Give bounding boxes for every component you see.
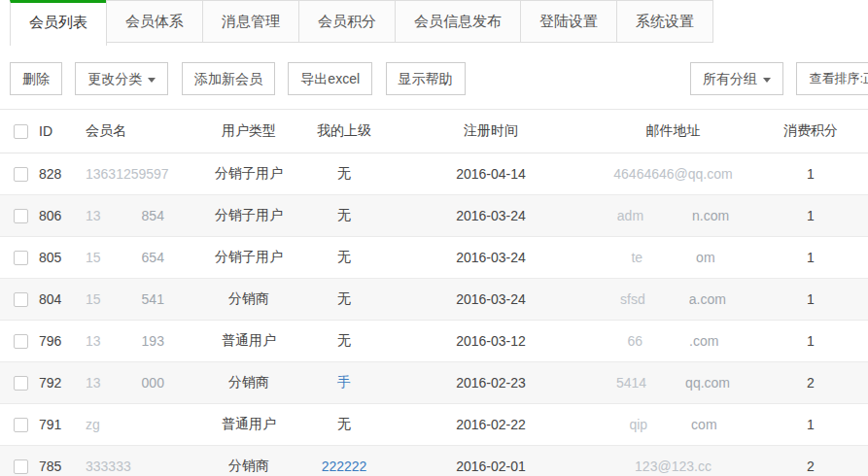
tab-item[interactable]: 系统设置 [616, 0, 713, 43]
points: 1 [753, 153, 868, 195]
tab-item[interactable]: 会员信息发布 [395, 0, 521, 43]
member-id: 796 [35, 321, 82, 362]
member-id: 805 [35, 237, 82, 279]
redaction-gap [642, 345, 689, 346]
email-address: 46464646@qq.com [593, 153, 753, 195]
user-type: 分销子用户 [198, 237, 299, 279]
row-checkbox[interactable] [14, 459, 28, 474]
points: 1 [753, 279, 868, 321]
redaction-gap [101, 387, 142, 388]
email-end: .com [689, 333, 718, 349]
tab-item[interactable]: 登陆设置 [520, 0, 617, 43]
email-end: n.com [692, 208, 729, 223]
toolbar: 删除 更改分类 添加新会员 导出excel 显示帮助 所有分组 查看排序:正常排… [10, 62, 868, 95]
sort-order-button[interactable]: 查看排序:正常排序 [796, 62, 868, 95]
export-excel-button[interactable]: 导出excel [288, 62, 372, 95]
table-row: 804 15541 分销商 无 2016-03-24 sfsda.com 1 [0, 279, 868, 321]
email-address: qipcom [593, 404, 753, 446]
tab-label: 会员列表 [29, 14, 87, 30]
header-type: 用户类型 [198, 110, 299, 153]
register-time: 2016-02-22 [389, 404, 593, 446]
member-name: 13631259597 [82, 153, 198, 195]
change-category-dropdown[interactable]: 更改分类 [75, 62, 168, 95]
row-checkbox[interactable] [14, 418, 28, 432]
superior-value: 无 [337, 332, 351, 348]
email-start: qip [629, 417, 647, 432]
redaction-gap [642, 261, 696, 262]
redaction-gap [101, 220, 142, 221]
row-checkbox[interactable] [14, 209, 28, 223]
tab-label: 会员积分 [318, 13, 376, 29]
member-name: 13854 [82, 195, 198, 237]
member-id: 785 [35, 446, 82, 476]
register-time: 2016-03-12 [389, 321, 593, 362]
member-name-start: 15 [86, 250, 101, 265]
member-name-start: 333333 [86, 459, 131, 474]
points: 1 [753, 404, 868, 446]
tab-bar: 会员列表 会员体系 消息管理 会员积分 会员信息发布 登陆设置 系统设置 [0, 0, 868, 49]
email-start: 46464646@qq.com [613, 166, 732, 182]
row-checkbox[interactable] [14, 292, 28, 307]
tab-item[interactable]: 消息管理 [202, 0, 299, 43]
superior-value[interactable]: 222222 [322, 459, 367, 474]
all-groups-label: 所有分组 [703, 71, 757, 86]
register-time: 2016-04-14 [389, 153, 593, 195]
row-checkbox[interactable] [14, 251, 28, 265]
table-row: 806 13854 分销子用户 无 2016-03-24 admn.com 1 [0, 195, 868, 237]
row-checkbox[interactable] [14, 167, 28, 182]
member-name-start: 13631259597 [86, 166, 169, 182]
member-id: 792 [35, 362, 82, 404]
member-name: 13000 [82, 362, 198, 404]
tab-item[interactable]: 会员积分 [298, 0, 396, 43]
tab-label: 登陆设置 [539, 13, 598, 29]
tab-label: 系统设置 [636, 13, 694, 29]
table-row: 805 15654 分销子用户 无 2016-03-24 teom 1 [0, 237, 868, 279]
header-name: 会员名 [82, 110, 198, 153]
email-start: adm [617, 208, 643, 223]
superior-value: 无 [337, 290, 351, 306]
delete-button[interactable]: 删除 [10, 62, 62, 95]
register-time: 2016-03-24 [389, 195, 593, 237]
header-id: ID [35, 110, 82, 153]
row-checkbox[interactable] [14, 334, 28, 349]
register-time: 2016-02-01 [389, 446, 593, 476]
member-name-start: zg [86, 417, 100, 432]
superior-value: 无 [337, 207, 351, 222]
register-time: 2016-02-23 [389, 362, 593, 404]
tab-item[interactable]: 会员列表 [10, 0, 107, 46]
member-name-end: 541 [142, 291, 164, 307]
member-name-end: 000 [142, 375, 164, 391]
user-type: 普通用户 [198, 404, 299, 446]
show-help-button[interactable]: 显示帮助 [386, 62, 466, 95]
email-end: qq.com [685, 375, 730, 391]
table-row: 785 333333 分销商 222222 2016-02-01 123@123… [0, 446, 868, 476]
points: 2 [753, 446, 868, 476]
user-type: 分销商 [198, 446, 299, 476]
tab-item[interactable]: 会员体系 [106, 0, 203, 43]
add-member-button[interactable]: 添加新会员 [182, 62, 275, 95]
member-name-start: 13 [86, 375, 101, 391]
points: 1 [753, 321, 868, 362]
redaction-gap [646, 387, 685, 388]
all-groups-dropdown[interactable]: 所有分组 [690, 62, 783, 95]
user-type: 分销商 [198, 279, 299, 321]
redaction-gap [101, 303, 142, 304]
header-points: 消费积分 [753, 110, 868, 153]
email-start: 5414 [616, 375, 646, 391]
user-type: 普通用户 [198, 321, 299, 362]
email-address: 66.com [593, 321, 753, 362]
superior-value[interactable]: 手 [337, 374, 351, 390]
redaction-gap [643, 220, 692, 221]
register-time: 2016-03-24 [389, 279, 593, 321]
member-id: 806 [35, 195, 82, 237]
member-name: 13193 [82, 321, 198, 362]
chevron-down-icon [763, 78, 771, 83]
member-name: 15654 [82, 237, 198, 279]
email-end: com [691, 417, 716, 432]
header-superior: 我的上级 [299, 110, 389, 153]
row-checkbox[interactable] [14, 376, 28, 391]
member-id: 791 [35, 404, 82, 446]
table-row: 796 13193 普通用户 无 2016-03-12 66.com 1 [0, 321, 868, 362]
points: 1 [753, 237, 868, 279]
select-all-checkbox[interactable] [14, 124, 28, 139]
